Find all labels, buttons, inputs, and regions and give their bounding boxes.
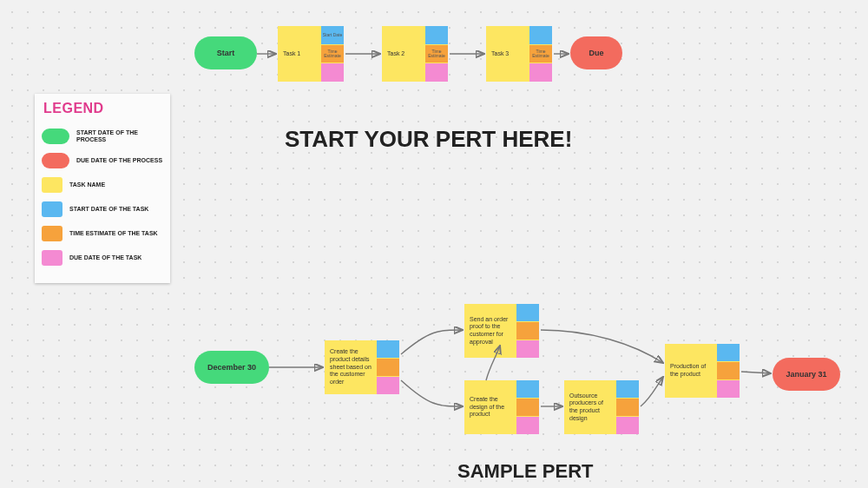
sample-due-pill[interactable]: January 31 bbox=[773, 358, 840, 391]
legend-swatch-task-start bbox=[42, 201, 62, 217]
chip-estimate bbox=[616, 399, 639, 416]
task-name: Task 2 bbox=[382, 26, 425, 82]
sample-card-send-proof[interactable]: Send an order proof to the customer for … bbox=[464, 304, 539, 358]
sample-start-pill[interactable]: December 30 bbox=[194, 351, 269, 384]
task-chips bbox=[516, 304, 539, 358]
task-name: Create the product details sheet based o… bbox=[325, 340, 377, 394]
legend-label: START DATE OF THE TASK bbox=[69, 206, 148, 213]
chip-start bbox=[516, 380, 539, 398]
legend-label: START DATE OF THE PROCESS bbox=[76, 129, 163, 144]
legend-swatch-due-process bbox=[42, 153, 69, 168]
legend-swatch-task-name bbox=[42, 177, 62, 193]
task-name: Production of the product bbox=[665, 344, 717, 398]
legend-title: LEGEND bbox=[42, 94, 163, 120]
chip-estimate bbox=[717, 362, 740, 379]
sample-card-outsource[interactable]: Outsource producers of the product desig… bbox=[564, 380, 639, 434]
chip-start bbox=[529, 26, 552, 44]
chip-start: Start Date bbox=[321, 26, 344, 44]
canvas[interactable]: LEGEND START DATE OF THE PROCESS DUE DAT… bbox=[0, 0, 868, 488]
legend-swatch-start-process bbox=[42, 129, 69, 144]
chip-due bbox=[717, 380, 740, 398]
task-chips bbox=[516, 380, 539, 434]
chip-due bbox=[529, 63, 552, 82]
legend-label: TIME ESTIMATE OF THE TASK bbox=[69, 230, 158, 237]
chip-start bbox=[425, 26, 448, 44]
sample-card-create-sheet[interactable]: Create the product details sheet based o… bbox=[325, 340, 399, 394]
chip-estimate: Time Estimate bbox=[321, 45, 344, 63]
chip-estimate bbox=[516, 322, 539, 340]
top-task-card-2[interactable]: Task 2 Time Estimate bbox=[382, 26, 448, 82]
legend-row: START DATE OF THE TASK bbox=[42, 201, 163, 217]
sample-card-production[interactable]: Production of the product bbox=[665, 344, 740, 398]
legend-label: DUE DATE OF THE TASK bbox=[69, 254, 141, 261]
legend-row: DUE DATE OF THE PROCESS bbox=[42, 153, 163, 168]
svg-line-6 bbox=[741, 372, 771, 373]
legend-swatch-task-estimate bbox=[42, 226, 62, 241]
chip-estimate: Time Estimate bbox=[425, 45, 448, 63]
legend-panel: LEGEND START DATE OF THE PROCESS DUE DAT… bbox=[35, 94, 170, 283]
legend-row: TASK NAME bbox=[42, 177, 163, 193]
task-chips bbox=[717, 344, 740, 398]
sample-card-create-design[interactable]: Create the design of the product bbox=[464, 380, 539, 434]
chip-start bbox=[516, 304, 539, 321]
chip-due bbox=[425, 63, 448, 82]
top-task-card-3[interactable]: Task 3 Time Estimate bbox=[486, 26, 552, 82]
legend-label: DUE DATE OF THE PROCESS bbox=[76, 157, 162, 164]
task-name: Create the design of the product bbox=[464, 380, 516, 434]
top-task-card-1[interactable]: Task 1 Start Date Time Estimate bbox=[278, 26, 344, 82]
task-chips: Time Estimate bbox=[529, 26, 552, 82]
chip-estimate: Time Estimate bbox=[529, 45, 552, 63]
legend-swatch-task-due bbox=[42, 250, 62, 266]
chip-estimate bbox=[377, 359, 399, 376]
heading-sample: SAMPLE PERT bbox=[457, 460, 593, 483]
heading-main: START YOUR PERT HERE! bbox=[285, 126, 572, 153]
task-name: Task 1 bbox=[278, 26, 321, 82]
chip-start bbox=[616, 380, 639, 398]
task-name: Send an order proof to the customer for … bbox=[464, 304, 516, 358]
legend-label: TASK NAME bbox=[69, 181, 105, 188]
legend-row: TIME ESTIMATE OF THE TASK bbox=[42, 226, 163, 241]
top-start-pill[interactable]: Start bbox=[194, 36, 257, 69]
task-name: Task 3 bbox=[486, 26, 529, 82]
chip-start bbox=[377, 340, 399, 358]
task-name: Outsource producers of the product desig… bbox=[564, 380, 616, 434]
chip-due bbox=[321, 63, 344, 82]
legend-row: DUE DATE OF THE TASK bbox=[42, 250, 163, 266]
chip-due bbox=[516, 340, 539, 358]
task-chips bbox=[616, 380, 639, 434]
chip-due bbox=[377, 377, 399, 394]
top-due-pill[interactable]: Due bbox=[570, 36, 622, 69]
chip-start bbox=[717, 344, 740, 361]
task-chips: Time Estimate bbox=[425, 26, 448, 82]
chip-estimate bbox=[516, 399, 539, 416]
chip-due bbox=[616, 417, 639, 434]
task-chips: Start Date Time Estimate bbox=[321, 26, 344, 82]
legend-row: START DATE OF THE PROCESS bbox=[42, 129, 163, 144]
task-chips bbox=[377, 340, 399, 394]
chip-due bbox=[516, 417, 539, 434]
